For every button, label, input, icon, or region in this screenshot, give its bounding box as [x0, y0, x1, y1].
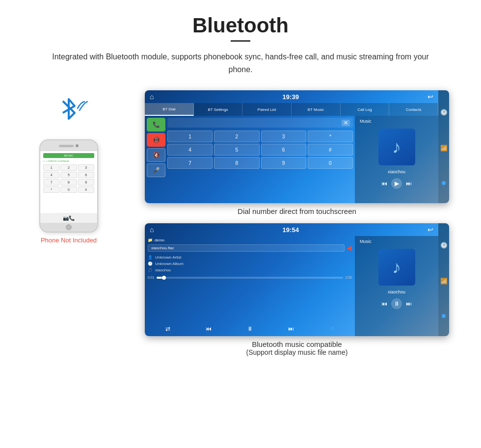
phone-screen: MUSIC ++ Add to Contacts 1 2 3 4 5 6 7 8… [40, 151, 97, 213]
screen2-status-bar: ⌂ 19:54 ↩ [145, 223, 438, 236]
prev-icon[interactable]: ⏮ [206, 325, 212, 332]
screen2-body: 📁 demo xiaochou.flac ◀ 👤 [145, 236, 438, 336]
phone-keypad: 1 2 3 4 5 6 7 8 9 * 0 # [43, 164, 94, 193]
side-icon-signal: 📶 [440, 145, 448, 152]
call-button[interactable]: 📞 [147, 118, 165, 132]
key-9[interactable]: 9 [261, 157, 306, 169]
key-4[interactable]: 4 [167, 144, 213, 156]
screen1-body: 📞 📵 🔇 🎤 ✕ 1 [145, 116, 438, 203]
dial-row-3: 7 8 9 0 [167, 157, 353, 169]
dial-row-1: 1 2 3 * [167, 131, 353, 142]
screen-main-1: ⌂ 19:39 ↩ BT Dial BT Settings Paired Lis… [145, 90, 438, 203]
signal-waves-icon [74, 98, 88, 114]
side-icon-dot [442, 181, 446, 185]
pause-button-2[interactable]: ⏸ [391, 298, 402, 309]
key-1[interactable]: 1 [167, 131, 213, 142]
mute-button[interactable]: 🔇 [147, 148, 165, 162]
music-filename: xiaochou.flac [148, 244, 345, 252]
prev-button-1[interactable]: ⏮ [381, 180, 387, 187]
tab-bt-settings[interactable]: BT Settings [194, 103, 243, 116]
key-3[interactable]: 3 [261, 131, 306, 142]
music-progress-bar[interactable] [157, 277, 344, 279]
screen2-block: ⌂ 19:54 ↩ 📁 demo [133, 223, 461, 356]
music-folder: 📁 demo [148, 238, 352, 242]
album-art-1: ♪ [378, 129, 415, 165]
dial-action-buttons: 📞 📵 🔇 🎤 [147, 118, 165, 201]
screen1-tabs[interactable]: BT Dial BT Settings Paired List BT Music… [145, 103, 438, 116]
phone-key: 4 [43, 172, 59, 178]
not-included-label: Phone Not Included [41, 237, 97, 244]
key-2[interactable]: 2 [214, 131, 259, 142]
screen1-home-icon: ⌂ [150, 93, 154, 101]
tab-bt-dial[interactable]: BT Dial [145, 103, 194, 116]
screen1-block: ⌂ 19:39 ↩ BT Dial BT Settings Paired Lis… [133, 90, 461, 215]
music-controls-1: ⏮ ▶ ⏭ [381, 178, 412, 189]
title-divider [231, 40, 250, 42]
screen2-time: 19:54 [283, 226, 299, 234]
phone-key: * [43, 186, 59, 193]
tab-call-log[interactable]: Call Log [341, 103, 390, 116]
prev-button-2[interactable]: ⏮ [381, 300, 387, 307]
key-0[interactable]: 0 [308, 157, 353, 169]
mic-button[interactable]: 🎤 [147, 163, 165, 177]
key-7[interactable]: 7 [167, 157, 213, 169]
music-panel-2: Music ♪ xiaochou ⏮ ⏸ ⏭ [355, 236, 438, 336]
page-title: Bluetooth [0, 0, 481, 40]
track-name-1: xiaochou [388, 169, 405, 174]
phone-key: 7 [43, 179, 59, 185]
phone-key: 8 [60, 179, 77, 185]
screen-main-2: ⌂ 19:54 ↩ 📁 demo [145, 223, 438, 336]
phone-mockup: MUSIC ++ Add to Contacts 1 2 3 4 5 6 7 8… [39, 139, 98, 233]
tab-bt-music[interactable]: BT Music [292, 103, 341, 116]
right-panel: ⌂ 19:39 ↩ BT Dial BT Settings Paired Lis… [133, 90, 461, 356]
music-file-area: xiaochou.flac ◀ [148, 244, 352, 252]
screen1-back-icon: ↩ [428, 93, 433, 101]
car-screen-1: ⌂ 19:39 ↩ BT Dial BT Settings Paired Lis… [145, 90, 449, 203]
phone-video-icon: 📷 [63, 215, 69, 221]
music-bottom-controls: ⇄ ⏮ ⏸ ⏭ ↺ [148, 323, 352, 334]
phone-key: 0 [60, 186, 77, 193]
track-name-2: xiaochou [388, 290, 405, 294]
album-icon: 🕐 [148, 262, 153, 266]
screen1-caption: Dial number direct from touchscreen [238, 207, 356, 215]
music-progress-fill [157, 277, 162, 279]
shuffle-icon[interactable]: ⇄ [165, 325, 170, 332]
time-end: 2:59 [345, 276, 352, 279]
music-label-1: Music [360, 119, 372, 124]
key-6[interactable]: 6 [261, 144, 306, 156]
left-panel: MUSIC ++ Add to Contacts 1 2 3 4 5 6 7 8… [20, 95, 118, 244]
tab-paired-list[interactable]: Paired List [242, 103, 292, 116]
dial-backspace[interactable]: ✕ [342, 120, 350, 126]
track-row: 🎵 xiaochou [148, 268, 352, 272]
music-panel-1: Music ♪ xiaochou ⏮ ▶ ⏭ [355, 116, 438, 203]
play-button-1[interactable]: ▶ [391, 178, 402, 189]
car-screen-2: ⌂ 19:54 ↩ 📁 demo [145, 223, 449, 336]
phone-key: 5 [60, 172, 77, 178]
tab-contacts[interactable]: Contacts [389, 103, 438, 116]
pause-icon[interactable]: ⏸ [247, 325, 253, 332]
phone-key: 3 [78, 164, 94, 171]
phone-top-bar [40, 140, 97, 151]
key-5[interactable]: 5 [214, 144, 259, 156]
phone-key: # [78, 186, 94, 193]
bluetooth-icon-wrap [49, 95, 88, 134]
repeat-icon[interactable]: ↺ [329, 325, 334, 332]
subtitle: Integrated with Bluetooth module, suppor… [44, 51, 437, 76]
album-row: 🕐 Unknown Album [148, 262, 352, 266]
folder-icon: 📁 [148, 238, 153, 242]
key-hash[interactable]: # [308, 144, 353, 156]
music-note-icon-2: ♪ [392, 257, 401, 278]
key-8[interactable]: 8 [214, 157, 259, 169]
end-call-button[interactable]: 📵 [147, 133, 165, 147]
key-star[interactable]: * [308, 131, 353, 142]
next-icon[interactable]: ⏭ [288, 325, 294, 332]
screen2-caption-sub: (Support display music file name) [246, 348, 348, 356]
dial-pad: ✕ 1 2 3 * 4 5 [167, 118, 353, 201]
next-button-2[interactable]: ⏭ [406, 300, 412, 307]
side-icon-time-2: 🕐 [440, 242, 448, 249]
side-icons-1: 🕐 📶 [438, 90, 449, 203]
phone-home-button [40, 223, 97, 232]
album-art-2: ♪ [378, 249, 415, 286]
side-icon-time: 🕐 [440, 109, 448, 116]
next-button-1[interactable]: ⏭ [406, 180, 412, 187]
